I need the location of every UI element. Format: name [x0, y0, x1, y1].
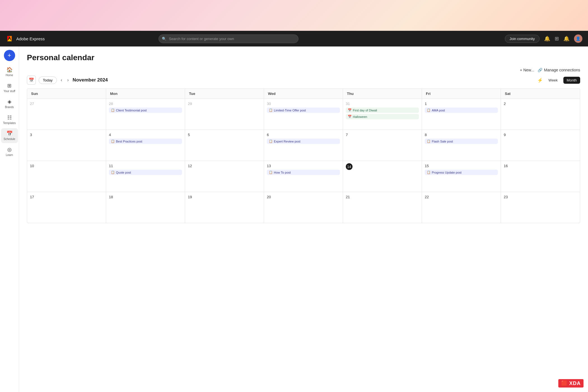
- calendar-event[interactable]: 📋Expert Review post: [267, 139, 340, 144]
- sidebar-templates-label: Templates: [3, 122, 16, 125]
- calendar-event-special[interactable]: 📅First day of Diwali: [346, 108, 419, 113]
- calendar-event[interactable]: 📋AMA post: [425, 108, 498, 113]
- calendar-day[interactable]: 15📋Progress Update post: [422, 161, 501, 192]
- calendar-day[interactable]: 31📅First day of Diwali📅Halloween: [343, 99, 422, 130]
- event-label: First day of Diwali: [353, 109, 377, 112]
- notification-icon[interactable]: 🔔: [563, 36, 570, 42]
- sidebar-item-learn[interactable]: ◎ Learn: [1, 144, 18, 159]
- calendar-event[interactable]: 📋Client Testimonial post: [109, 108, 182, 113]
- event-label: Expert Review post: [274, 140, 300, 143]
- sidebar: + 🏠 Home ⊞ Your stuff ◈ Brands ☷ Templat…: [0, 46, 19, 392]
- calendar-day[interactable]: 9: [501, 130, 580, 161]
- calendar-day[interactable]: 18: [106, 192, 185, 223]
- sidebar-item-schedule[interactable]: 📅 Schedule: [1, 128, 18, 143]
- day-number: 18: [109, 195, 113, 199]
- day-number: 8: [425, 133, 427, 137]
- calendar-day[interactable]: 23: [501, 192, 580, 223]
- calendar-post-icon: 📋: [427, 108, 431, 112]
- sidebar-item-templates[interactable]: ☷ Templates: [1, 112, 18, 127]
- calendar-day[interactable]: 17: [27, 192, 106, 223]
- event-label: Progress Update post: [432, 171, 461, 174]
- calendar-day[interactable]: 7: [343, 130, 422, 161]
- week-view-button[interactable]: Week: [545, 77, 561, 84]
- calendar-day[interactable]: 11📋Quote post: [106, 161, 185, 192]
- calendar-picker-icon[interactable]: 📅: [27, 76, 36, 85]
- new-button[interactable]: + New...: [520, 68, 534, 72]
- day-number: 11: [109, 164, 113, 168]
- prev-month-button[interactable]: ‹: [60, 76, 63, 84]
- calendar-day[interactable]: 10: [27, 161, 106, 192]
- calendar-day[interactable]: 27: [27, 99, 106, 130]
- calendar-day[interactable]: 3: [27, 130, 106, 161]
- calendar-day[interactable]: 28📋Client Testimonial post: [106, 99, 185, 130]
- day-number: 10: [30, 164, 34, 168]
- search-input[interactable]: [158, 34, 298, 43]
- day-number: 2: [504, 102, 506, 106]
- calendar-event[interactable]: 📋Flash Sale post: [425, 139, 498, 144]
- calendar-event[interactable]: 📋How To post: [267, 170, 340, 175]
- your-stuff-icon: ⊞: [7, 83, 11, 89]
- calendar-event-special[interactable]: 📅Halloween: [346, 114, 419, 119]
- sidebar-item-home[interactable]: 🏠 Home: [1, 64, 18, 79]
- day-number: 14: [346, 163, 353, 170]
- calendar-event[interactable]: 📋Quote post: [109, 170, 182, 175]
- calendar-day[interactable]: 22: [422, 192, 501, 223]
- app-logo: Adobe Express: [6, 35, 53, 43]
- calendar-day[interactable]: 20: [264, 192, 343, 223]
- calendar-day[interactable]: 29: [185, 99, 264, 130]
- calendar-event[interactable]: 📋Limited-Time Offer post: [267, 108, 340, 113]
- page-title: Personal calendar: [27, 53, 580, 62]
- brands-icon: ◈: [8, 99, 11, 105]
- calendar-day[interactable]: 19: [185, 192, 264, 223]
- calendar-day[interactable]: 6📋Expert Review post: [264, 130, 343, 161]
- calendar-event[interactable]: 📋Best Practices post: [109, 139, 182, 144]
- avatar[interactable]: 👤: [574, 34, 582, 43]
- day-number: 27: [30, 102, 34, 106]
- calendar-day[interactable]: 16: [501, 161, 580, 192]
- calendar-day[interactable]: 14: [343, 161, 422, 192]
- home-icon: 🏠: [6, 67, 13, 73]
- sidebar-learn-label: Learn: [6, 153, 13, 157]
- create-button[interactable]: +: [4, 50, 15, 61]
- app-name: Adobe Express: [16, 36, 45, 41]
- manage-connections-button[interactable]: 🔗 Manage connections: [538, 68, 580, 72]
- day-number: 9: [504, 133, 506, 137]
- calendar-post-icon: 📋: [269, 108, 273, 112]
- calendar-day[interactable]: 12: [185, 161, 264, 192]
- sidebar-item-your-stuff[interactable]: ⊞ Your stuff: [1, 80, 18, 95]
- event-label: AMA post: [432, 109, 445, 112]
- calendar-day[interactable]: 21: [343, 192, 422, 223]
- day-number: 12: [188, 164, 192, 168]
- calendar-post-icon: 📋: [427, 171, 431, 174]
- today-button[interactable]: Today: [39, 76, 57, 84]
- calendar-day[interactable]: 13📋How To post: [264, 161, 343, 192]
- calendar-day[interactable]: 30📋Limited-Time Offer post: [264, 99, 343, 130]
- day-number: 7: [346, 133, 348, 137]
- filter-icon[interactable]: ⚡: [537, 78, 543, 83]
- view-controls: ⚡ Week Month: [537, 77, 580, 84]
- event-label: Limited-Time Offer post: [274, 109, 306, 112]
- schedule-icon: 📅: [6, 130, 13, 137]
- sidebar-home-label: Home: [6, 74, 13, 77]
- day-number: 13: [267, 164, 271, 168]
- calendar-day[interactable]: 4📋Best Practices post: [106, 130, 185, 161]
- sidebar-item-brands[interactable]: ◈ Brands: [1, 96, 18, 111]
- bell-icon[interactable]: 🔔: [544, 36, 550, 42]
- calendar-event[interactable]: 📋Progress Update post: [425, 170, 498, 175]
- grid-icon[interactable]: ⊞: [555, 36, 559, 42]
- month-view-button[interactable]: Month: [563, 77, 580, 84]
- join-community-button[interactable]: Join community: [505, 35, 540, 43]
- day-number: 19: [188, 195, 192, 199]
- connections-icon: 🔗: [538, 68, 542, 72]
- day-number: 6: [267, 133, 269, 137]
- nav-right: Join community 🔔 ⊞ 🔔 👤: [505, 34, 582, 43]
- header-thu: Thu: [343, 89, 422, 99]
- calendar-header: Sun Mon Tue Wed Thu Fri Sat: [27, 89, 580, 99]
- navbar: Adobe Express 🔍 Join community 🔔 ⊞ 🔔 👤: [0, 31, 588, 46]
- calendar-day[interactable]: 8📋Flash Sale post: [422, 130, 501, 161]
- calendar-day[interactable]: 5: [185, 130, 264, 161]
- calendar-day[interactable]: 2: [501, 99, 580, 130]
- next-month-button[interactable]: ›: [66, 76, 70, 84]
- header-sat: Sat: [501, 89, 580, 99]
- calendar-day[interactable]: 1📋AMA post: [422, 99, 501, 130]
